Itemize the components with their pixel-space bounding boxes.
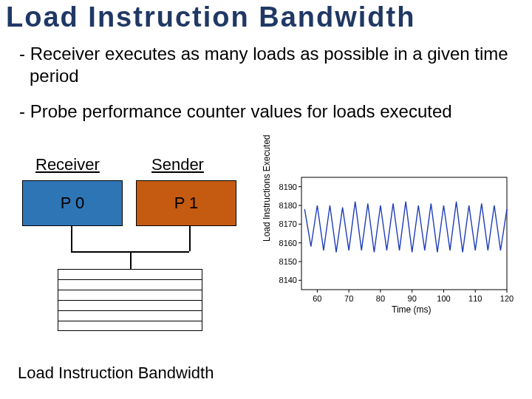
svg-text:8150: 8150 bbox=[279, 257, 297, 266]
svg-text:70: 70 bbox=[344, 294, 353, 303]
svg-text:80: 80 bbox=[376, 294, 385, 303]
slide-title: Load Instruction Bandwidth bbox=[0, 0, 532, 33]
svg-text:8180: 8180 bbox=[279, 201, 297, 210]
svg-text:8170: 8170 bbox=[279, 219, 297, 228]
chart-ylabel: Load Instructions Executed bbox=[262, 134, 272, 242]
svg-text:8160: 8160 bbox=[279, 239, 297, 248]
svg-text:110: 110 bbox=[468, 294, 482, 303]
shared-memory-block bbox=[58, 269, 202, 331]
bus-line bbox=[71, 226, 72, 251]
load-bandwidth-chart: Load Instructions Executed Time (ms) 814… bbox=[266, 171, 514, 312]
bus-line bbox=[189, 226, 191, 251]
architecture-diagram: Receiver Sender P 0 P 1 bbox=[22, 155, 251, 332]
bullet-2: - Probe performance counter values for l… bbox=[19, 100, 513, 123]
processor-p1-box: P 1 bbox=[136, 180, 236, 226]
bullet-list: - Receiver executes as many loads as pos… bbox=[0, 33, 532, 123]
bus-line bbox=[130, 251, 132, 269]
chart-xlabel: Time (ms) bbox=[392, 304, 432, 315]
svg-text:8190: 8190 bbox=[279, 183, 297, 191]
svg-text:90: 90 bbox=[408, 294, 417, 303]
chart-svg: 814081508160817081808190 607080901001101… bbox=[266, 171, 514, 312]
processor-p0-box: P 0 bbox=[22, 180, 123, 226]
svg-text:8140: 8140 bbox=[279, 276, 297, 284]
slide-caption: Load Instruction Bandwidth bbox=[18, 364, 214, 383]
svg-rect-0 bbox=[301, 177, 507, 290]
bullet-1: - Receiver executes as many loads as pos… bbox=[19, 43, 513, 87]
svg-text:60: 60 bbox=[313, 294, 321, 303]
receiver-label: Receiver bbox=[35, 155, 100, 174]
svg-text:120: 120 bbox=[500, 294, 514, 303]
sender-label: Sender bbox=[151, 155, 204, 174]
svg-text:100: 100 bbox=[437, 294, 450, 303]
